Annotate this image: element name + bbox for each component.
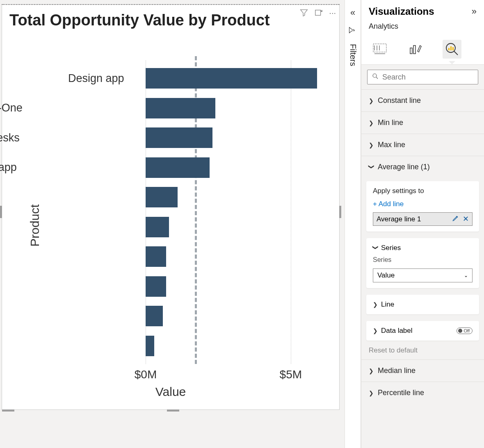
bar-row: Desktops xyxy=(146,306,163,326)
focus-mode-icon[interactable] xyxy=(314,8,323,19)
category-label: Mobile app xyxy=(0,161,17,174)
x-tick-label: $5M xyxy=(280,368,302,381)
bar[interactable] xyxy=(146,217,169,237)
chevron-right-icon: ❯ xyxy=(369,368,374,374)
bar-row: Webcams xyxy=(146,336,154,356)
chevron-right-icon: ❯ xyxy=(369,98,374,104)
section-median-line[interactable]: ❯Median line xyxy=(361,359,484,382)
bar[interactable] xyxy=(146,157,210,178)
edit-icon[interactable] xyxy=(452,214,459,224)
x-tick-label: $0M xyxy=(135,368,157,381)
svg-rect-11 xyxy=(450,46,452,50)
tab-build-visual[interactable] xyxy=(370,40,389,59)
select-value: Value xyxy=(377,271,395,280)
plot-area: $0M$5MDesign appAll-in-OneStand-up Desks… xyxy=(146,64,334,361)
card-label: Data label xyxy=(381,327,413,335)
pane-header: Visualizations » xyxy=(361,0,484,20)
filter-icon[interactable] xyxy=(299,8,308,19)
search-box[interactable] xyxy=(367,70,478,84)
chip-label: Average line 1 xyxy=(377,215,421,223)
bar-row: All-in-One xyxy=(146,98,215,118)
bar[interactable] xyxy=(146,68,317,89)
svg-rect-1 xyxy=(373,44,386,52)
reset-to-default[interactable]: Reset to default xyxy=(361,344,484,359)
bar-row: Ergonomic Seating xyxy=(146,246,166,267)
tab-format-visual[interactable] xyxy=(406,40,425,59)
category-label: Design app xyxy=(68,72,124,85)
filters-collapsed-pane: « Filters xyxy=(345,0,361,448)
delete-icon[interactable]: ✕ xyxy=(463,214,469,224)
chevron-right-icon: ❯ xyxy=(373,327,379,334)
svg-rect-7 xyxy=(413,45,416,54)
chevron-right-icon: ❯ xyxy=(369,120,374,126)
resize-handle-bottom[interactable] xyxy=(167,409,179,412)
data-label-card[interactable]: ❯ Data label Off xyxy=(366,321,479,341)
bar[interactable] xyxy=(146,276,166,297)
bar[interactable] xyxy=(146,336,154,356)
svg-rect-10 xyxy=(448,48,450,50)
bar[interactable] xyxy=(146,187,178,207)
average-line-chip[interactable]: Average line 1 ✕ xyxy=(373,212,473,226)
line-card[interactable]: ❯ Line xyxy=(366,295,479,314)
bar-row: Design app xyxy=(146,68,317,89)
bar-row: Stand-up Desks xyxy=(146,127,212,148)
chevron-down-icon: ⌄ xyxy=(464,273,468,278)
visual-header: ··· xyxy=(299,8,336,19)
y-axis-title: Product xyxy=(28,204,42,246)
bar[interactable] xyxy=(146,127,212,148)
bar[interactable] xyxy=(146,246,166,267)
category-label: All-in-One xyxy=(0,102,23,114)
section-min-line[interactable]: ❯Min line xyxy=(361,111,484,134)
collapse-pane-icon[interactable]: » xyxy=(472,6,477,17)
search-input[interactable] xyxy=(382,73,477,82)
section-constant-line[interactable]: ❯Constant line xyxy=(361,89,484,111)
visualizations-pane: Visualizations » Analytics ❯Constant lin… xyxy=(361,0,484,448)
series-select[interactable]: Value ⌄ xyxy=(373,268,473,282)
svg-line-9 xyxy=(454,51,458,55)
section-average-line[interactable]: ❯Average line (1) xyxy=(361,156,484,178)
card-header: Series xyxy=(381,244,401,252)
resize-handle-right[interactable] xyxy=(339,206,341,218)
filters-icon xyxy=(348,27,358,34)
add-line-button[interactable]: + Add line xyxy=(373,200,473,208)
svg-rect-12 xyxy=(452,47,454,50)
search-row xyxy=(361,65,484,89)
search-icon xyxy=(372,73,379,82)
chevron-down-icon: ❯ xyxy=(372,245,379,251)
bar-row: Mobile app xyxy=(146,157,210,178)
pane-tabs xyxy=(361,36,484,65)
chevron-right-icon: ❯ xyxy=(369,142,374,148)
pane-title: Visualizations xyxy=(369,6,434,17)
section-percentile-line[interactable]: ❯Percentile line xyxy=(361,382,484,404)
bar[interactable] xyxy=(146,306,163,326)
bar-row: Tablets xyxy=(146,187,178,207)
svg-line-14 xyxy=(376,77,378,79)
bar-row: Laser Printers xyxy=(146,276,166,297)
bar[interactable] xyxy=(146,98,215,118)
series-card: ❯Series Series Value ⌄ xyxy=(366,238,479,288)
svg-point-13 xyxy=(373,74,377,77)
chart-body: Product $0M$5MDesign appAll-in-OneStand-… xyxy=(10,53,331,397)
x-axis-title: Value xyxy=(155,385,186,399)
svg-rect-6 xyxy=(410,48,412,54)
resize-handle-bottom-left[interactable] xyxy=(2,409,14,412)
chevron-down-icon: ❯ xyxy=(368,164,375,170)
chevron-right-icon: ❯ xyxy=(373,301,379,308)
card-label: Apply settings to xyxy=(373,187,473,195)
more-options-icon[interactable]: ··· xyxy=(329,8,336,19)
expand-filters-icon[interactable]: « xyxy=(350,7,355,18)
bar-row: Scanners xyxy=(146,217,169,237)
data-label-toggle[interactable]: Off xyxy=(457,327,473,334)
report-canvas: ··· Total Opportunity Value by Product P… xyxy=(0,0,345,448)
chevron-right-icon: ❯ xyxy=(369,390,374,396)
chart-visual[interactable]: ··· Total Opportunity Value by Product P… xyxy=(2,4,340,410)
gridline xyxy=(291,60,291,364)
card-label: Line xyxy=(381,300,394,309)
filters-label[interactable]: Filters xyxy=(348,44,358,66)
resize-handle-left[interactable] xyxy=(0,206,2,218)
chart-title: Total Opportunity Value by Product xyxy=(2,5,339,29)
tab-analytics[interactable] xyxy=(443,40,461,59)
section-max-line[interactable]: ❯Max line xyxy=(361,134,484,156)
pane-subtitle: Analytics xyxy=(361,20,484,36)
category-label: Stand-up Desks xyxy=(0,132,20,144)
